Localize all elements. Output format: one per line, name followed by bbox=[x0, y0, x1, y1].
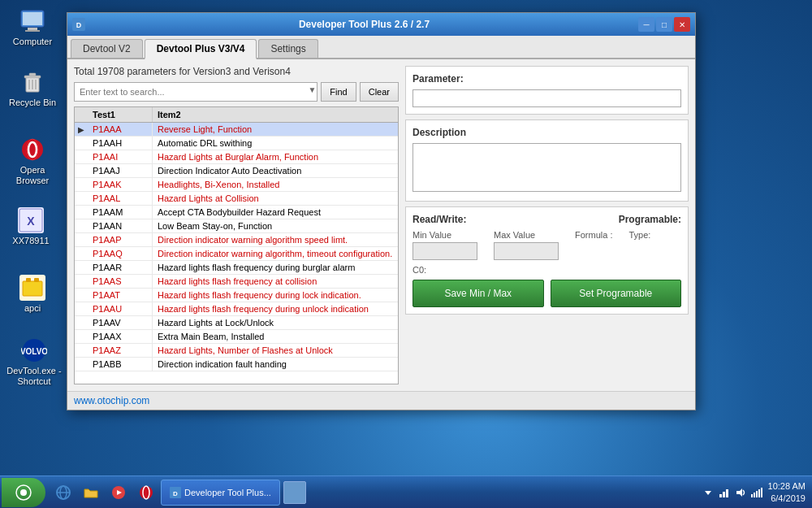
row-description: Direction Indicator Auto Deactivation bbox=[153, 164, 398, 177]
max-value-input[interactable] bbox=[494, 242, 559, 260]
row-code: P1AAK bbox=[88, 178, 153, 191]
table-row[interactable]: P1AARHazard lights flash frequency durin… bbox=[75, 261, 398, 275]
row-arrow-icon bbox=[75, 358, 88, 371]
show-desktop-button[interactable] bbox=[283, 481, 306, 504]
table-row[interactable]: P1AAMAccept CTA Bodybuilder Hazard Reque… bbox=[75, 206, 398, 219]
set-programable-button[interactable]: Set Programable bbox=[551, 280, 682, 307]
start-button[interactable] bbox=[2, 478, 45, 507]
opera-icon-label: Opera Browser bbox=[16, 165, 49, 185]
row-description: Automatic DRL swithing bbox=[153, 137, 398, 150]
svg-rect-36 bbox=[719, 494, 722, 497]
max-value-label: Max Value bbox=[494, 230, 559, 240]
find-button[interactable]: Find bbox=[321, 82, 356, 102]
taskbar-opera-icon[interactable] bbox=[135, 481, 158, 504]
table-row[interactable]: P1AAKHeadlights, Bi-Xenon, Installed bbox=[75, 178, 398, 192]
min-value-input[interactable] bbox=[412, 242, 477, 260]
min-value-col: Min Value bbox=[412, 230, 477, 260]
maximize-button[interactable]: □ bbox=[656, 17, 672, 32]
desktop-icon-volvo[interactable]: VOLVO DevTool.exe - Shortcut bbox=[6, 337, 62, 387]
table-row[interactable]: P1AATHazard lights flash frequency durin… bbox=[75, 289, 398, 302]
svg-marker-35 bbox=[705, 491, 711, 495]
table-row[interactable]: P1AANLow Beam Stay-on, Function bbox=[75, 219, 398, 233]
search-input[interactable] bbox=[74, 82, 317, 102]
computer-icon bbox=[19, 8, 45, 34]
row-code: P1AAU bbox=[88, 302, 153, 315]
taskbar-clock[interactable]: 10:28 AM 6/4/2019 bbox=[768, 480, 806, 504]
svg-rect-37 bbox=[723, 492, 725, 497]
minimize-button[interactable]: ─ bbox=[638, 17, 654, 32]
taskbar-folder-icon[interactable] bbox=[80, 481, 102, 504]
taskbar-quick-launch bbox=[52, 481, 158, 504]
desktop-icon-recycle[interactable]: Recycle Bin bbox=[8, 69, 57, 108]
tray-arrow-icon[interactable] bbox=[702, 486, 715, 499]
table-row[interactable]: P1ABBDirection indication fault handing bbox=[75, 358, 398, 371]
table-row[interactable]: P1AAHAutomatic DRL swithing bbox=[75, 137, 398, 150]
type-col: Type: bbox=[628, 230, 650, 260]
row-arrow-icon bbox=[75, 316, 88, 329]
table-row[interactable]: ▶P1AAAReverse Light, Function bbox=[75, 123, 398, 137]
table-row[interactable]: P1AAJDirection Indicator Auto Deactivati… bbox=[75, 164, 398, 178]
save-min-max-button[interactable]: Save Min / Max bbox=[412, 280, 544, 307]
arrow-col-header bbox=[75, 107, 88, 122]
tab-devtool-plus[interactable]: Devtool Plus V3/V4 bbox=[145, 39, 257, 59]
row-code: P1AAV bbox=[88, 316, 153, 329]
taskbar-active-window[interactable]: D Developer Tool Plus... bbox=[161, 480, 280, 506]
dropdown-arrow-icon[interactable]: ▼ bbox=[308, 85, 316, 94]
row-code: P1AAM bbox=[88, 206, 153, 219]
opera-icon bbox=[19, 137, 45, 163]
tab-settings[interactable]: Settings bbox=[258, 39, 317, 58]
close-button[interactable]: ✕ bbox=[674, 17, 690, 32]
table-row[interactable]: P1AASHazard lights flash frequency at co… bbox=[75, 275, 398, 289]
row-code: P1AAJ bbox=[88, 164, 153, 177]
desktop-icon-xx[interactable]: X XX78911 bbox=[6, 207, 55, 246]
total-label: Total 19708 parameters for Version3 and … bbox=[74, 66, 399, 77]
row-description: Low Beam Stay-on, Function bbox=[153, 219, 398, 232]
table-body: ▶P1AAAReverse Light, FunctionP1AAHAutoma… bbox=[75, 123, 398, 378]
table-row[interactable]: P1AAPDirection indicator warning algorit… bbox=[75, 233, 398, 247]
table-row[interactable]: P1AAZHazard Lights, Number of Flashes at… bbox=[75, 344, 398, 358]
table-row[interactable]: P1AAIHazard Lights at Burglar Alarm, Fun… bbox=[75, 150, 398, 164]
table-row[interactable]: P1AAVHazard Lights at Lock/Unlock bbox=[75, 316, 398, 330]
description-section: Description bbox=[405, 119, 689, 202]
row-description: Extra Main Beam, Installed bbox=[153, 330, 398, 343]
table-row[interactable]: P1AALHazard Lights at Collision bbox=[75, 192, 398, 206]
svg-rect-44 bbox=[761, 488, 762, 497]
description-textarea[interactable] bbox=[412, 143, 681, 192]
formula-label: Formula : bbox=[575, 230, 612, 240]
media-icon bbox=[110, 484, 127, 501]
desktop-icon-computer[interactable]: Computer bbox=[8, 8, 57, 47]
row-description: Direction indication fault handing bbox=[153, 358, 398, 371]
desktop-icon-opera[interactable]: Opera Browser bbox=[8, 137, 57, 186]
min-value-label: Min Value bbox=[412, 230, 477, 240]
table-row[interactable]: P1AAUHazard lights flash frequency durin… bbox=[75, 302, 398, 316]
parameter-input[interactable] bbox=[412, 89, 681, 107]
co-row: C0: bbox=[412, 265, 681, 275]
xx-icon: X bbox=[18, 207, 44, 233]
table-row[interactable]: P1AAQDirection indicator warning algorit… bbox=[75, 247, 398, 261]
taskbar: D Developer Tool Plus... bbox=[0, 475, 812, 508]
taskbar-ie-icon[interactable] bbox=[52, 481, 75, 504]
row-description: Hazard Lights, Number of Flashes at Unlo… bbox=[153, 344, 398, 357]
taskbar-media-icon[interactable] bbox=[107, 481, 130, 504]
row-arrow-icon bbox=[75, 150, 88, 163]
description-label: Description bbox=[412, 127, 681, 138]
row-arrow-icon bbox=[75, 330, 88, 343]
footer-link[interactable]: www.otochip.com bbox=[74, 395, 149, 406]
parameter-label: Parameter: bbox=[412, 73, 681, 85]
row-description: Accept CTA Bodybuilder Hazard Request bbox=[153, 206, 398, 219]
table-row[interactable]: P1AAXExtra Main Beam, Installed bbox=[75, 330, 398, 344]
max-value-col: Max Value bbox=[494, 230, 559, 260]
row-arrow-icon bbox=[75, 192, 88, 205]
app-window: D Developer Tool Plus 2.6 / 2.7 ─ □ ✕ De… bbox=[67, 12, 696, 410]
row-arrow-icon: ▶ bbox=[75, 123, 88, 136]
window-footer: www.otochip.com bbox=[67, 391, 695, 410]
recycle-bin-icon bbox=[19, 69, 45, 95]
tab-devtool-v2[interactable]: Devtool V2 bbox=[71, 39, 143, 58]
clear-button[interactable]: Clear bbox=[360, 82, 399, 102]
search-input-wrapper: ▼ bbox=[74, 82, 317, 102]
formula-col: Formula : bbox=[575, 230, 612, 260]
read-write-label: Read/Write: bbox=[412, 214, 466, 225]
col-header-test1: Test1 bbox=[88, 107, 153, 122]
desktop-icon-apci[interactable]: apci bbox=[8, 275, 57, 314]
row-code: P1AAL bbox=[88, 192, 153, 205]
